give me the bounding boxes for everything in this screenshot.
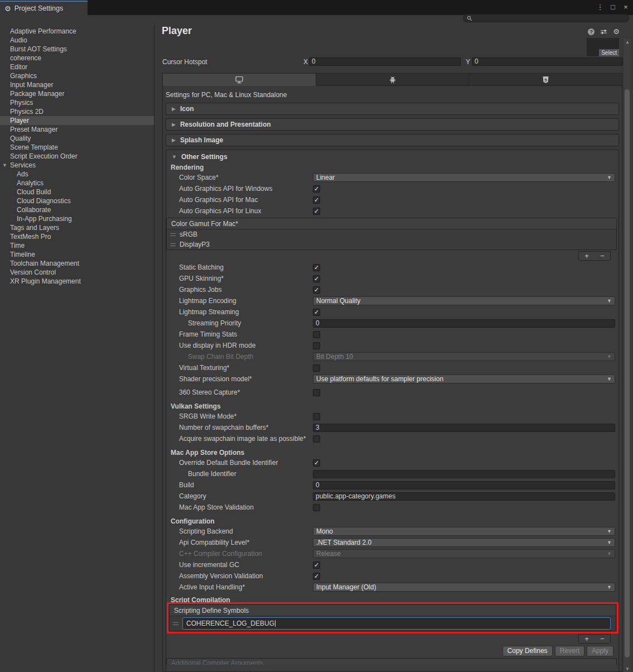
frame-timing-stats-checkbox[interactable] — [313, 331, 320, 338]
cursor-texture-preview[interactable]: Select — [587, 38, 619, 56]
sidebar-item-cloud-build[interactable]: Cloud Build — [0, 188, 154, 196]
assembly-version-validation-checkbox[interactable]: ✓ — [313, 573, 320, 580]
define-symbol-input[interactable]: COHERENCE_LOG_DEBUG — [182, 617, 611, 630]
bundle-identifier-field[interactable] — [313, 470, 615, 478]
category-field[interactable]: public.app-category.games — [313, 492, 615, 501]
sidebar-item-graphics[interactable]: Graphics — [0, 71, 154, 80]
drag-handle-icon[interactable] — [170, 233, 176, 236]
graphics-jobs-checkbox[interactable]: ✓ — [313, 286, 320, 294]
sidebar-item-physics-2d[interactable]: Physics 2D — [0, 107, 154, 116]
sidebar-item-audio[interactable]: Audio — [0, 36, 154, 45]
gear-icon[interactable]: ⚙ — [613, 28, 620, 35]
scrollbar-thumb[interactable] — [625, 89, 630, 657]
maximize-icon[interactable]: □ — [609, 3, 617, 11]
sidebar-item-quality[interactable]: Quality — [0, 134, 154, 143]
sidebar-item-label: TextMesh Pro — [10, 233, 51, 241]
override-default-bundle-identifier-checkbox[interactable]: ✓ — [313, 459, 320, 467]
section-resolution-and-presentation[interactable]: ▶ Resolution and Presentation — [166, 118, 619, 131]
sidebar-item-physics[interactable]: Physics — [0, 98, 154, 107]
remove-item-button[interactable]: − — [595, 252, 610, 260]
sidebar-item-ads[interactable]: Ads — [0, 170, 154, 179]
copy-defines-button[interactable]: Copy Defines — [502, 646, 553, 656]
mac-app-store-validation-checkbox[interactable] — [313, 504, 320, 511]
sidebar-item-package-manager[interactable]: Package Manager — [0, 89, 154, 98]
sidebar-item-version-control[interactable]: Version Control — [0, 268, 154, 277]
help-icon[interactable]: ? — [588, 28, 595, 35]
vertical-scrollbar[interactable]: ▲ ▼ — [623, 39, 631, 672]
tab-standalone[interactable] — [163, 74, 316, 86]
remove-define-button[interactable]: − — [595, 635, 610, 643]
acquire-swapchain-image-late-as-possible-checkbox[interactable] — [313, 435, 320, 443]
sidebar-item-scene-template[interactable]: Scene Template — [0, 143, 154, 152]
sidebar-item-burst-aot-settings[interactable]: Burst AOT Settings — [0, 45, 154, 54]
auto-graphics-api-for-linux-checkbox[interactable]: ✓ — [313, 208, 320, 215]
scripting-backend-dropdown[interactable]: Mono▼ — [313, 527, 615, 536]
number-of-swapchain-buffers-field[interactable]: 3 — [313, 424, 615, 432]
360-stereo-capture-checkbox[interactable] — [313, 389, 320, 396]
sidebar-item-collaborate[interactable]: Collaborate — [0, 205, 154, 214]
hotspot-y-field[interactable]: 0 — [472, 57, 623, 66]
scroll-up-icon[interactable]: ▲ — [624, 40, 631, 45]
window-menu-icon[interactable]: ⋮ — [596, 3, 604, 11]
sidebar-item-time[interactable]: Time — [0, 241, 154, 250]
sidebar-item-input-manager[interactable]: Input Manager — [0, 80, 154, 89]
sidebar-item-player[interactable]: Player — [0, 116, 154, 125]
apply-button[interactable]: Apply — [587, 646, 613, 656]
sidebar-item-analytics[interactable]: Analytics — [0, 179, 154, 188]
auto-graphics-api-for-windows-checkbox[interactable]: ✓ — [313, 185, 320, 193]
sidebar-item-textmesh-pro[interactable]: TextMesh Pro — [0, 232, 154, 241]
sidebar-item-services[interactable]: ▼Services — [0, 161, 154, 170]
api-compatibility-level-dropdown[interactable]: .NET Standard 2.0▼ — [313, 538, 615, 547]
virtual-texturing-checkbox[interactable] — [313, 364, 320, 372]
add-define-button[interactable]: + — [579, 635, 595, 643]
close-icon[interactable]: × — [622, 3, 630, 11]
lightmap-streaming-checkbox[interactable]: ✓ — [313, 309, 320, 316]
sidebar-item-editor[interactable]: Editor — [0, 63, 154, 71]
hotspot-x-field[interactable]: 0 — [309, 57, 461, 66]
active-input-handling-dropdown[interactable]: Input Manager (Old)▼ — [313, 583, 615, 592]
sidebar-item-label: Script Execution Order — [10, 152, 78, 160]
list-item-displayp3[interactable]: DisplayP3 — [167, 239, 616, 249]
setting-control: public.app-category.games — [313, 492, 615, 501]
list-item-srgb[interactable]: sRGB — [167, 229, 616, 239]
gpu-skinning-checkbox[interactable]: ✓ — [313, 275, 320, 282]
preset-icon[interactable] — [600, 28, 607, 35]
build-field[interactable]: 0 — [313, 481, 615, 489]
sidebar-item-xr-plugin-management[interactable]: XR Plugin Management — [0, 277, 154, 286]
sidebar-item-coherence[interactable]: coherence — [0, 54, 154, 63]
tab-android[interactable] — [316, 74, 470, 85]
tab-project-settings[interactable]: ⚙ Project Settings — [0, 1, 88, 15]
drag-handle-icon[interactable] — [173, 622, 178, 625]
shader-precision-model-dropdown[interactable]: Use platform defaults for sampler precis… — [313, 375, 615, 383]
setting-control — [313, 435, 615, 443]
use-incremental-gc-checkbox[interactable]: ✓ — [313, 561, 320, 569]
setting-label: Lightmap Streaming — [166, 308, 313, 316]
sidebar-item-script-execution-order[interactable]: Script Execution Order — [0, 152, 154, 161]
auto-graphics-api-for-mac-checkbox[interactable]: ✓ — [313, 196, 320, 204]
sidebar-item-preset-manager[interactable]: Preset Manager — [0, 125, 154, 134]
streaming-priority-field[interactable]: 0 — [313, 319, 615, 328]
section-icon[interactable]: ▶ Icon — [166, 103, 619, 115]
select-texture-button[interactable]: Select — [599, 49, 619, 56]
use-display-in-hdr-mode-checkbox[interactable] — [313, 342, 320, 349]
section-splash-image[interactable]: ▶ Splash Image — [166, 134, 619, 146]
tab-webgl[interactable]: 5 — [469, 74, 622, 85]
sidebar-item-adaptive-performance[interactable]: Adaptive Performance — [0, 27, 154, 36]
other-settings-header[interactable]: ▼ Other Settings — [166, 151, 618, 162]
revert-button[interactable]: Revert — [555, 646, 584, 656]
sidebar-item-tags-and-layers[interactable]: Tags and Layers — [0, 223, 154, 232]
sidebar-item-in-app-purchasing[interactable]: In-App Purchasing — [0, 214, 154, 223]
sidebar-item-cloud-diagnostics[interactable]: Cloud Diagnostics — [0, 196, 154, 205]
search-input[interactable] — [463, 14, 629, 22]
setting-control: 0 — [313, 319, 615, 328]
srgb-write-mode-checkbox[interactable] — [313, 413, 320, 420]
drag-handle-icon[interactable] — [170, 243, 176, 246]
static-batching-checkbox[interactable]: ✓ — [313, 264, 320, 271]
sidebar-item-toolchain-management[interactable]: Toolchain Management — [0, 259, 154, 268]
lightmap-encoding-dropdown[interactable]: Normal Quality▼ — [313, 296, 615, 305]
foldout-icon[interactable]: ▼ — [2, 161, 7, 170]
sidebar-item-timeline[interactable]: Timeline — [0, 250, 154, 259]
add-item-button[interactable]: + — [579, 252, 595, 260]
color-space-dropdown[interactable]: Linear▼ — [313, 173, 615, 182]
scroll-down-icon[interactable]: ▼ — [624, 666, 631, 671]
